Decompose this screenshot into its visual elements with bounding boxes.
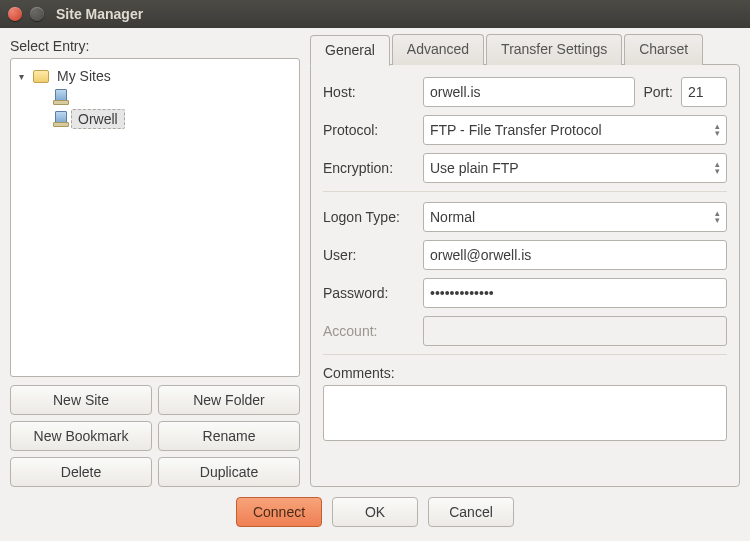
port-label: Port: (643, 84, 673, 100)
updown-icon: ▴▾ (715, 161, 720, 175)
window-title: Site Manager (56, 6, 143, 22)
password-label: Password: (323, 285, 415, 301)
titlebar: Site Manager (0, 0, 750, 28)
dialog-button-bar: Connect OK Cancel (10, 487, 740, 531)
site-tree[interactable]: ▾ My Sites Orwell (10, 58, 300, 377)
user-input[interactable] (423, 240, 727, 270)
left-pane: Select Entry: ▾ My Sites Orwell New Site (10, 34, 300, 487)
tree-root-my-sites[interactable]: ▾ My Sites (17, 65, 293, 87)
protocol-select[interactable]: FTP - File Transfer Protocol ▴▾ (423, 115, 727, 145)
general-panel: Host: Port: Protocol: FTP - File Transfe… (310, 64, 740, 487)
tree-item[interactable] (51, 87, 293, 107)
select-entry-label: Select Entry: (10, 38, 300, 54)
tab-transfer-settings[interactable]: Transfer Settings (486, 34, 622, 65)
new-folder-button[interactable]: New Folder (158, 385, 300, 415)
separator (323, 354, 727, 355)
encryption-value: Use plain FTP (430, 160, 519, 176)
host-label: Host: (323, 84, 415, 100)
tab-advanced[interactable]: Advanced (392, 34, 484, 65)
logon-type-value: Normal (430, 209, 475, 225)
connect-button[interactable]: Connect (236, 497, 322, 527)
tree-item-label: Orwell (71, 109, 125, 129)
chevron-down-icon[interactable]: ▾ (19, 71, 29, 82)
updown-icon: ▴▾ (715, 123, 720, 137)
rename-button[interactable]: Rename (158, 421, 300, 451)
host-input[interactable] (423, 77, 635, 107)
encryption-label: Encryption: (323, 160, 415, 176)
tree-root-label: My Sites (53, 67, 115, 85)
logon-type-select[interactable]: Normal ▴▾ (423, 202, 727, 232)
tree-item-label (71, 96, 79, 98)
comments-textarea[interactable] (323, 385, 727, 441)
logon-type-label: Logon Type: (323, 209, 415, 225)
delete-button[interactable]: Delete (10, 457, 152, 487)
duplicate-button[interactable]: Duplicate (158, 457, 300, 487)
cancel-button[interactable]: Cancel (428, 497, 514, 527)
separator (323, 191, 727, 192)
encryption-select[interactable]: Use plain FTP ▴▾ (423, 153, 727, 183)
protocol-label: Protocol: (323, 122, 415, 138)
password-input[interactable] (423, 278, 727, 308)
right-pane: General Advanced Transfer Settings Chars… (310, 34, 740, 487)
comments-label: Comments: (323, 365, 727, 381)
server-icon (53, 111, 67, 127)
tab-charset[interactable]: Charset (624, 34, 703, 65)
tree-item-orwell[interactable]: Orwell (51, 107, 293, 131)
tab-general[interactable]: General (310, 35, 390, 66)
minimize-icon[interactable] (30, 7, 44, 21)
dialog-content: Select Entry: ▾ My Sites Orwell New Site (0, 28, 750, 541)
new-bookmark-button[interactable]: New Bookmark (10, 421, 152, 451)
updown-icon: ▴▾ (715, 210, 720, 224)
server-icon (53, 89, 67, 105)
account-label: Account: (323, 323, 415, 339)
port-input[interactable] (681, 77, 727, 107)
user-label: User: (323, 247, 415, 263)
account-input (423, 316, 727, 346)
new-site-button[interactable]: New Site (10, 385, 152, 415)
ok-button[interactable]: OK (332, 497, 418, 527)
protocol-value: FTP - File Transfer Protocol (430, 122, 602, 138)
close-icon[interactable] (8, 7, 22, 21)
folder-icon (33, 70, 49, 83)
tab-bar: General Advanced Transfer Settings Chars… (310, 34, 740, 65)
